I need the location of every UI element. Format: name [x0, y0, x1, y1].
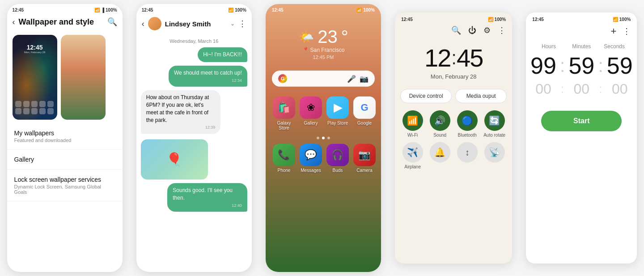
wifi-icon-3: 📶 — [356, 8, 362, 13]
sound-toggle-btn[interactable]: 🔊 — [430, 110, 450, 131]
colon-2: : — [598, 56, 603, 76]
menu-lock-screen-wallpaper[interactable]: Lock screen wallpaper services Dynamic L… — [7, 170, 123, 201]
menu-my-wallpapers[interactable]: My wallpapers Featured and downloaded — [7, 123, 123, 150]
clock-time: 12 : 45 — [395, 43, 512, 72]
mini-icon — [31, 101, 38, 107]
hours-value: 99 — [529, 52, 558, 79]
battery-5: 100% — [619, 17, 631, 22]
radio-toggle-btn[interactable]: 📡 — [484, 142, 505, 163]
back-icon-1[interactable]: ‹ — [13, 17, 15, 27]
toggle-airplane[interactable]: ✈️ Airplane — [401, 142, 424, 169]
app-buds[interactable]: 🎧 Buds — [326, 144, 349, 173]
google-search-bar[interactable]: G 🎤 📷 — [272, 71, 375, 87]
add-icon-timer[interactable]: + — [610, 25, 616, 37]
transfer-toggle-btn[interactable]: ↕ — [457, 142, 478, 163]
hours-label: Hours — [532, 43, 565, 50]
wifi-toggle-label: Wi-Fi — [407, 133, 418, 138]
weather-city: 📍 San Francisco — [266, 47, 381, 53]
app-camera[interactable]: 📷 Camera — [353, 144, 376, 173]
mic-icon[interactable]: 🎤 — [347, 75, 356, 83]
app-gallery[interactable]: ❀ Gallery — [300, 96, 322, 130]
lens-icon[interactable]: 📷 — [360, 75, 369, 83]
app-galaxy-store[interactable]: 🛍️ Galaxy Store — [273, 96, 295, 130]
message-image: 🎈 — [141, 139, 208, 180]
status-icons-4: 📶 100% — [488, 17, 506, 22]
chevron-icon[interactable]: ⌄ — [230, 21, 235, 27]
app-play-store[interactable]: ▶ Play Store — [326, 96, 349, 130]
mini-icon — [15, 108, 21, 114]
mini-icon — [23, 108, 30, 114]
status-bar-1: 12:45 📶 ▐ 100% — [7, 4, 123, 14]
more-icon-4[interactable]: ⋮ — [498, 25, 506, 35]
wallpaper-thumb-dark[interactable]: 12:45 Mon, February 28 — [13, 35, 57, 120]
menu-gallery[interactable]: Gallery — [7, 150, 123, 170]
wifi-icon-5: 📶 — [613, 17, 618, 22]
app-google[interactable]: G Google — [353, 96, 376, 130]
status-bar-2: 12:45 📶 100% — [136, 4, 252, 14]
galaxy-store-label: Galaxy Store — [273, 121, 295, 130]
status-bar-4: 12:45 📶 100% — [395, 13, 512, 24]
clock-display: 12 : 45 Mon, February 28 — [395, 39, 512, 84]
toggle-transfer[interactable]: ↕ — [456, 142, 479, 169]
messages-icon: 💬 — [300, 144, 322, 166]
bluetooth-toggle-label: Bluetooth — [458, 133, 477, 138]
wallpaper-thumbnails: 12:45 Mon, February 28 — [7, 31, 123, 123]
more-icon-2[interactable]: ⋮ — [238, 19, 246, 29]
timer-header: + ⋮ — [526, 24, 637, 41]
wifi-toggle-btn[interactable]: 📶 — [402, 110, 423, 131]
timer-labels: Hours Minutes Seconds — [526, 41, 637, 50]
search-icon-4[interactable]: 🔍 — [451, 25, 461, 35]
bell-toggle-btn[interactable]: 🔔 — [430, 142, 450, 163]
search-icon-1[interactable]: 🔍 — [107, 17, 117, 27]
sub-colon-2: : — [599, 82, 602, 96]
seconds-label: Seconds — [598, 43, 631, 50]
toggle-radio[interactable]: 📡 — [483, 142, 506, 169]
bluetooth-toggle-btn[interactable]: 🔵 — [457, 110, 478, 131]
gallery-label: Gallery — [304, 121, 318, 125]
camera-label: Camera — [356, 168, 373, 173]
app-phone[interactable]: 📞 Phone — [273, 144, 295, 173]
start-button[interactable]: Start — [541, 111, 622, 131]
status-time-3: 12:45 — [272, 8, 284, 13]
rotate-toggle-btn[interactable]: 🔄 — [484, 110, 505, 131]
status-bar-3: 12:45 📶 100% — [266, 4, 381, 14]
battery-4: 100% — [495, 17, 506, 22]
wifi-icon-4: 📶 — [488, 17, 493, 22]
settings-icon-4[interactable]: ⚙ — [483, 25, 491, 35]
message-bubble-received-1: How about on Thursday at 6PM? If you are… — [141, 90, 221, 134]
mini-icon — [31, 108, 38, 114]
back-icon-2[interactable]: ‹ — [142, 19, 144, 29]
more-icon-timer[interactable]: ⋮ — [623, 26, 631, 36]
dot-2 — [322, 137, 325, 139]
toggle-bell[interactable]: 🔔 — [428, 142, 451, 169]
power-icon-4[interactable]: ⏻ — [468, 26, 476, 35]
gallery-icon: ❀ — [300, 96, 322, 119]
timer-main-display: 99 : 59 : 59 — [526, 50, 637, 81]
phone-label: Phone — [278, 168, 291, 173]
app-messages[interactable]: 💬 Messages — [300, 144, 322, 173]
contact-name: Lindsey Smith — [165, 20, 227, 28]
phone-device-control: 12:45 📶 100% 🔍 ⏻ ⚙ ⋮ 12 : 45 Mon, Februa… — [395, 13, 512, 263]
seconds-sub: 00 — [605, 81, 634, 97]
control-tabs: Device control Media ouput — [395, 84, 512, 108]
weather-widget: 🌤️ 23° 📍 San Francisco 12:45 PM — [266, 14, 381, 67]
status-icons-5: 📶 100% — [613, 17, 631, 22]
clock-colon: : — [451, 47, 456, 69]
mini-icon — [39, 101, 46, 107]
wifi-icon-1: 📶 — [94, 8, 100, 13]
wallpaper-thumb-warm[interactable] — [61, 35, 106, 120]
clock-date: Mon, February 28 — [395, 73, 512, 80]
mini-icon — [15, 101, 21, 107]
device-control-tab[interactable]: Device control — [400, 89, 452, 103]
seconds-value: 59 — [605, 52, 634, 79]
app-grid-dock: 📞 Phone 💬 Messages 🎧 Buds 📷 Camera — [266, 144, 381, 173]
toggle-bluetooth[interactable]: 🔵 Bluetooth — [456, 110, 479, 138]
toggle-auto-rotate[interactable]: 🔄 Auto rotate — [483, 110, 506, 138]
media-output-tab[interactable]: Media ouput — [455, 89, 507, 103]
airplane-toggle-label: Airplane — [404, 164, 421, 169]
timer-sub-display: 00 : 00 : 00 — [526, 81, 637, 102]
toggle-sound[interactable]: 🔊 Sound — [428, 110, 451, 138]
toggle-wifi[interactable]: 📶 Wi-Fi — [401, 110, 424, 138]
airplane-toggle-btn[interactable]: ✈️ — [402, 142, 423, 163]
message-bubble-sent-2: We should meet to catch up! 12:34 — [169, 66, 247, 87]
